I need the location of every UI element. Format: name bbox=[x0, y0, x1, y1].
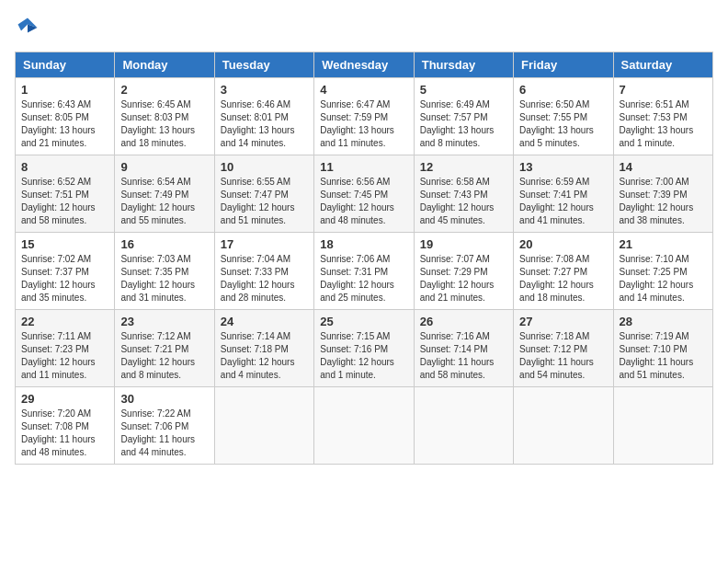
calendar-day-cell: 6Sunrise: 6:50 AMSunset: 7:55 PMDaylight… bbox=[514, 78, 613, 155]
page-header bbox=[15, 15, 713, 40]
calendar-day-cell: 8Sunrise: 6:52 AMSunset: 7:51 PMDaylight… bbox=[16, 155, 115, 233]
calendar-day-cell: 24Sunrise: 7:14 AMSunset: 7:18 PMDayligh… bbox=[214, 310, 313, 387]
day-number: 19 bbox=[420, 237, 507, 251]
column-header-thursday: Thursday bbox=[414, 52, 513, 78]
day-info: Sunrise: 7:08 AMSunset: 7:27 PMDaylight:… bbox=[519, 253, 607, 304]
day-info: Sunrise: 7:19 AMSunset: 7:10 PMDaylight:… bbox=[620, 330, 707, 382]
day-info: Sunrise: 6:45 AMSunset: 8:03 PMDaylight:… bbox=[120, 98, 208, 150]
day-info: Sunrise: 6:56 AMSunset: 7:45 PMDaylight:… bbox=[320, 176, 407, 227]
day-number: 30 bbox=[120, 392, 208, 406]
day-info: Sunrise: 7:14 AMSunset: 7:18 PMDaylight:… bbox=[221, 330, 308, 382]
calendar-day-cell: 5Sunrise: 6:49 AMSunset: 7:57 PMDaylight… bbox=[414, 78, 513, 155]
day-info: Sunrise: 7:16 AMSunset: 7:14 PMDaylight:… bbox=[420, 330, 507, 382]
calendar-day-cell: 12Sunrise: 6:58 AMSunset: 7:43 PMDayligh… bbox=[414, 155, 513, 233]
day-info: Sunrise: 6:54 AMSunset: 7:49 PMDaylight:… bbox=[120, 176, 208, 227]
calendar-day-cell bbox=[613, 387, 712, 465]
day-number: 2 bbox=[120, 83, 208, 97]
calendar-week-row: 29Sunrise: 7:20 AMSunset: 7:08 PMDayligh… bbox=[16, 387, 713, 465]
day-info: Sunrise: 7:07 AMSunset: 7:29 PMDaylight:… bbox=[420, 253, 507, 304]
day-number: 1 bbox=[21, 83, 108, 97]
calendar-day-cell: 10Sunrise: 6:55 AMSunset: 7:47 PMDayligh… bbox=[214, 155, 313, 233]
day-number: 15 bbox=[21, 237, 108, 251]
day-info: Sunrise: 6:55 AMSunset: 7:47 PMDaylight:… bbox=[221, 176, 308, 227]
calendar-day-cell: 29Sunrise: 7:20 AMSunset: 7:08 PMDayligh… bbox=[16, 387, 115, 465]
calendar-day-cell: 9Sunrise: 6:54 AMSunset: 7:49 PMDaylight… bbox=[115, 155, 214, 233]
day-info: Sunrise: 6:47 AMSunset: 7:59 PMDaylight:… bbox=[320, 98, 407, 150]
day-info: Sunrise: 7:11 AMSunset: 7:23 PMDaylight:… bbox=[21, 330, 108, 382]
calendar-day-cell: 1Sunrise: 6:43 AMSunset: 8:05 PMDaylight… bbox=[16, 78, 115, 155]
calendar-day-cell bbox=[514, 387, 613, 465]
column-header-friday: Friday bbox=[514, 52, 613, 78]
day-info: Sunrise: 6:49 AMSunset: 7:57 PMDaylight:… bbox=[420, 98, 507, 150]
calendar-day-cell: 30Sunrise: 7:22 AMSunset: 7:06 PMDayligh… bbox=[115, 387, 214, 465]
day-info: Sunrise: 6:50 AMSunset: 7:55 PMDaylight:… bbox=[519, 98, 607, 150]
day-number: 5 bbox=[420, 83, 507, 97]
day-number: 6 bbox=[519, 83, 607, 97]
calendar-day-cell: 23Sunrise: 7:12 AMSunset: 7:21 PMDayligh… bbox=[115, 310, 214, 387]
calendar-day-cell: 13Sunrise: 6:59 AMSunset: 7:41 PMDayligh… bbox=[514, 155, 613, 233]
calendar-table: SundayMondayTuesdayWednesdayThursdayFrid… bbox=[15, 52, 713, 465]
day-number: 14 bbox=[620, 160, 707, 174]
calendar-day-cell: 14Sunrise: 7:00 AMSunset: 7:39 PMDayligh… bbox=[613, 155, 712, 233]
calendar-header-row: SundayMondayTuesdayWednesdayThursdayFrid… bbox=[16, 52, 713, 78]
day-info: Sunrise: 6:58 AMSunset: 7:43 PMDaylight:… bbox=[420, 176, 507, 227]
day-info: Sunrise: 6:46 AMSunset: 8:01 PMDaylight:… bbox=[221, 98, 308, 150]
day-info: Sunrise: 7:00 AMSunset: 7:39 PMDaylight:… bbox=[620, 176, 707, 227]
day-number: 23 bbox=[120, 315, 208, 328]
day-number: 17 bbox=[221, 237, 308, 251]
day-number: 3 bbox=[221, 83, 308, 97]
day-info: Sunrise: 6:52 AMSunset: 7:51 PMDaylight:… bbox=[21, 176, 108, 227]
day-number: 21 bbox=[620, 237, 707, 251]
calendar-week-row: 1Sunrise: 6:43 AMSunset: 8:05 PMDaylight… bbox=[16, 78, 713, 155]
day-number: 12 bbox=[420, 160, 507, 174]
calendar-day-cell: 4Sunrise: 6:47 AMSunset: 7:59 PMDaylight… bbox=[314, 78, 414, 155]
column-header-monday: Monday bbox=[115, 52, 214, 78]
day-number: 28 bbox=[620, 315, 707, 328]
calendar-day-cell: 22Sunrise: 7:11 AMSunset: 7:23 PMDayligh… bbox=[16, 310, 115, 387]
day-number: 11 bbox=[320, 160, 407, 174]
day-number: 10 bbox=[221, 160, 308, 174]
day-number: 25 bbox=[320, 315, 407, 328]
column-header-sunday: Sunday bbox=[16, 52, 115, 78]
day-number: 27 bbox=[519, 315, 607, 328]
day-info: Sunrise: 6:43 AMSunset: 8:05 PMDaylight:… bbox=[21, 98, 108, 150]
calendar-day-cell bbox=[314, 387, 414, 465]
day-info: Sunrise: 7:12 AMSunset: 7:21 PMDaylight:… bbox=[120, 330, 208, 382]
calendar-day-cell: 15Sunrise: 7:02 AMSunset: 7:37 PMDayligh… bbox=[16, 233, 115, 310]
calendar-day-cell bbox=[214, 387, 313, 465]
calendar-day-cell: 2Sunrise: 6:45 AMSunset: 8:03 PMDaylight… bbox=[115, 78, 214, 155]
day-number: 13 bbox=[519, 160, 607, 174]
column-header-saturday: Saturday bbox=[613, 52, 712, 78]
day-number: 7 bbox=[620, 83, 707, 97]
logo bbox=[15, 15, 44, 40]
calendar-day-cell: 28Sunrise: 7:19 AMSunset: 7:10 PMDayligh… bbox=[613, 310, 712, 387]
calendar-day-cell: 25Sunrise: 7:15 AMSunset: 7:16 PMDayligh… bbox=[314, 310, 414, 387]
calendar-day-cell: 7Sunrise: 6:51 AMSunset: 7:53 PMDaylight… bbox=[613, 78, 712, 155]
day-info: Sunrise: 7:06 AMSunset: 7:31 PMDaylight:… bbox=[320, 253, 407, 304]
calendar-day-cell: 3Sunrise: 6:46 AMSunset: 8:01 PMDaylight… bbox=[214, 78, 313, 155]
day-number: 9 bbox=[120, 160, 208, 174]
calendar-week-row: 15Sunrise: 7:02 AMSunset: 7:37 PMDayligh… bbox=[16, 233, 713, 310]
day-number: 8 bbox=[21, 160, 108, 174]
calendar-day-cell: 17Sunrise: 7:04 AMSunset: 7:33 PMDayligh… bbox=[214, 233, 313, 310]
calendar-day-cell: 19Sunrise: 7:07 AMSunset: 7:29 PMDayligh… bbox=[414, 233, 513, 310]
calendar-week-row: 8Sunrise: 6:52 AMSunset: 7:51 PMDaylight… bbox=[16, 155, 713, 233]
day-number: 4 bbox=[320, 83, 407, 97]
day-info: Sunrise: 7:02 AMSunset: 7:37 PMDaylight:… bbox=[21, 253, 108, 304]
calendar-day-cell: 11Sunrise: 6:56 AMSunset: 7:45 PMDayligh… bbox=[314, 155, 414, 233]
calendar-day-cell: 20Sunrise: 7:08 AMSunset: 7:27 PMDayligh… bbox=[514, 233, 613, 310]
day-info: Sunrise: 7:22 AMSunset: 7:06 PMDaylight:… bbox=[120, 408, 208, 459]
day-info: Sunrise: 7:10 AMSunset: 7:25 PMDaylight:… bbox=[620, 253, 707, 304]
calendar-day-cell bbox=[414, 387, 513, 465]
day-info: Sunrise: 6:51 AMSunset: 7:53 PMDaylight:… bbox=[620, 98, 707, 150]
day-number: 29 bbox=[21, 392, 108, 406]
day-number: 20 bbox=[519, 237, 607, 251]
calendar-day-cell: 16Sunrise: 7:03 AMSunset: 7:35 PMDayligh… bbox=[115, 233, 214, 310]
calendar-day-cell: 21Sunrise: 7:10 AMSunset: 7:25 PMDayligh… bbox=[613, 233, 712, 310]
calendar-week-row: 22Sunrise: 7:11 AMSunset: 7:23 PMDayligh… bbox=[16, 310, 713, 387]
day-info: Sunrise: 7:03 AMSunset: 7:35 PMDaylight:… bbox=[120, 253, 208, 304]
day-number: 18 bbox=[320, 237, 407, 251]
day-number: 16 bbox=[120, 237, 208, 251]
day-info: Sunrise: 6:59 AMSunset: 7:41 PMDaylight:… bbox=[519, 176, 607, 227]
day-number: 26 bbox=[420, 315, 507, 328]
